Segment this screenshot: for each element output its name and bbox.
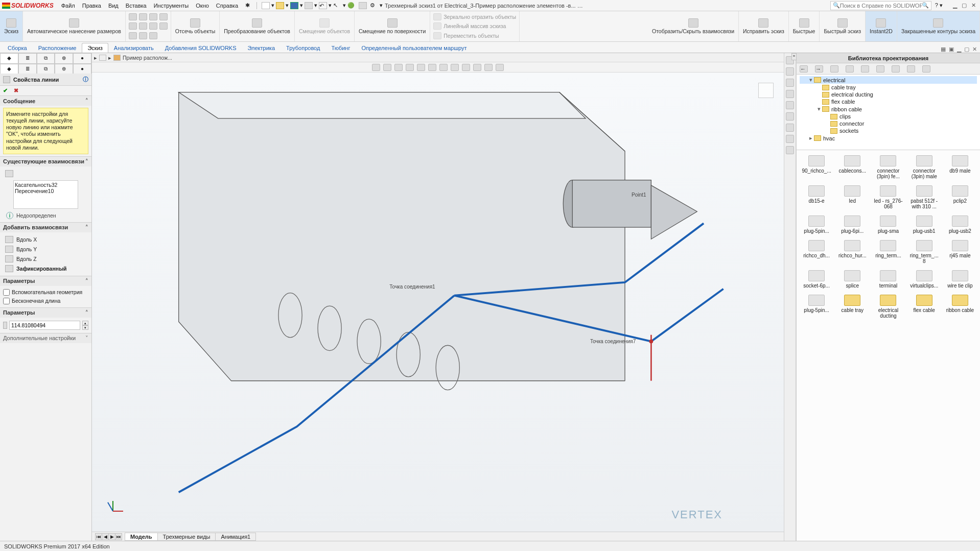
menu-help[interactable]: Справка	[216, 3, 238, 9]
tab-addins[interactable]: Добавления SOLIDWORKS	[159, 43, 242, 53]
tab-evaluate[interactable]: Анализировать	[108, 43, 159, 53]
help-search[interactable]: 🔍 🔍	[830, 1, 931, 10]
rel-along-x[interactable]: Вдоль X	[3, 235, 88, 244]
property-manager-tabs[interactable]: ◆≣⧉⊕●	[0, 63, 91, 74]
tree-node[interactable]: cable tray	[800, 84, 977, 91]
relations-list[interactable]: Касательность32 Пересечение10	[13, 180, 78, 209]
library-item[interactable]: ribbon cable	[943, 293, 977, 321]
view-tab-nav[interactable]: ⏮◀▶⏭	[95, 533, 122, 540]
design-library-grid[interactable]: 90_richco_...cablecons...connector (3pin…	[800, 153, 977, 321]
menu-window[interactable]: Окно	[196, 3, 209, 9]
tree-node[interactable]: ▾electrical	[800, 76, 977, 84]
sketch-entities[interactable]	[126, 11, 171, 41]
minimize-icon[interactable]: ▁	[951, 2, 959, 9]
library-item[interactable]: plug-sma	[871, 213, 905, 236]
tab-user-route[interactable]: Определенный пользователем маршрут	[356, 43, 472, 53]
tab-piping[interactable]: Трубопровод	[281, 43, 325, 53]
pm-sec-options2[interactable]: Параметры˄	[0, 308, 91, 318]
feature-manager-tabs[interactable]: ◆≣⧉⊕●	[0, 53, 91, 63]
design-library-tree[interactable]: ▾electricalcable trayelectrical ductingf…	[797, 75, 980, 150]
rel-along-z[interactable]: Вдоль Z	[3, 254, 88, 263]
viewtab-model[interactable]: Модель	[125, 533, 158, 541]
close-icon[interactable]: ✕	[970, 2, 977, 9]
cmd-repair[interactable]: Исправить эскиз	[739, 11, 789, 41]
undo-icon[interactable]: ↶	[319, 2, 327, 9]
library-item[interactable]: richco_dh...	[800, 238, 833, 266]
library-item[interactable]: terminal	[871, 268, 905, 291]
open-icon[interactable]	[276, 2, 284, 9]
viewtab-3dviews[interactable]: Трехмерные виды	[157, 533, 216, 541]
menu-search-icon[interactable]: ✱	[245, 2, 250, 9]
help-dropdown[interactable]: ? ▾	[935, 2, 943, 9]
tab-tubing[interactable]: Тюбинг	[325, 43, 356, 53]
library-item[interactable]: connector (3pin) male	[907, 153, 941, 181]
cmd-trim[interactable]: Отсечь объекты	[171, 11, 220, 41]
print-icon[interactable]	[305, 2, 313, 9]
library-item[interactable]: plug-6pi...	[835, 213, 869, 236]
pm-sec-options1[interactable]: Параметры˄	[0, 276, 91, 286]
doc-tile-icon[interactable]: ▦	[941, 46, 946, 53]
pm-sec-add-relations[interactable]: Добавить взаимосвязи˄	[0, 223, 91, 232]
library-item[interactable]: cablecons...	[835, 153, 869, 181]
restore-icon[interactable]: ▢	[961, 2, 968, 9]
cmd-instant2d[interactable]: Instant2D	[866, 11, 897, 41]
tree-node[interactable]: electrical ducting	[800, 91, 977, 98]
library-item[interactable]: cable tray	[835, 293, 869, 321]
library-item[interactable]: rj45 male	[943, 238, 977, 266]
pm-sec-message[interactable]: Сообщение˄	[0, 96, 91, 106]
new-icon[interactable]	[262, 2, 270, 9]
tab-layout[interactable]: Расположение	[33, 43, 82, 53]
doc-cascade-icon[interactable]: ▣	[949, 46, 954, 53]
pm-help-icon[interactable]: ⓘ	[83, 76, 88, 83]
pm-sec-relations[interactable]: Существующие взаимосвязи˄	[0, 157, 91, 166]
cmd-quick[interactable]: Быстрые	[789, 11, 820, 41]
spin-up[interactable]: ▴	[82, 321, 88, 325]
task-pane-strip[interactable]	[784, 53, 796, 541]
tab-electrical[interactable]: Электрика	[242, 43, 281, 53]
library-item[interactable]: richco_hur...	[835, 238, 869, 266]
cmd-quick-sketch[interactable]: Быстрый эскиз	[820, 11, 866, 41]
menu-file[interactable]: Файл	[61, 3, 75, 9]
library-item[interactable]: socket-6p...	[800, 268, 833, 291]
3d-viewport[interactable]: Point1 Точка соединения7 Точка соединени…	[92, 73, 784, 532]
rebuild-icon[interactable]: 🟢	[347, 2, 356, 9]
crumb-expand-icon[interactable]: ▸	[94, 55, 97, 61]
doc-close-icon[interactable]: ✕	[972, 46, 977, 53]
library-item[interactable]: plug-5pin...	[800, 293, 833, 321]
cmd-shaded-contours[interactable]: Закрашенные контуры эскиза	[897, 11, 980, 41]
length-input[interactable]	[9, 321, 80, 330]
menu-edit[interactable]: Правка	[82, 3, 101, 9]
menu-tools[interactable]: Инструменты	[154, 3, 189, 9]
tree-node[interactable]: flex cable	[800, 98, 977, 105]
menu-insert[interactable]: Вставка	[126, 3, 147, 9]
library-item[interactable]: electrical ducting	[871, 293, 905, 321]
design-library-toolbar[interactable]: ←→	[797, 63, 980, 75]
menu-view[interactable]: Вид	[108, 3, 119, 9]
doc-minimize-icon[interactable]: ▁	[957, 46, 961, 53]
options-icon[interactable]	[359, 2, 367, 9]
tab-assembly[interactable]: Сборка	[2, 43, 33, 53]
library-item[interactable]: pclip2	[943, 183, 977, 211]
select-icon[interactable]: ↖	[333, 2, 341, 9]
pm-cancel[interactable]: ✖	[14, 87, 18, 94]
spin-down[interactable]: ▾	[82, 325, 88, 330]
library-item[interactable]: led	[835, 183, 869, 211]
library-item[interactable]: db9 male	[943, 153, 977, 181]
library-item[interactable]: db15-e	[800, 183, 833, 211]
library-item[interactable]: ring_term_... 8	[907, 238, 941, 266]
help-search-input[interactable]	[840, 3, 922, 9]
cmd-convert[interactable]: Преобразование объектов	[220, 11, 295, 41]
save-icon[interactable]	[290, 2, 298, 9]
library-item[interactable]: plug-usb1	[907, 213, 941, 236]
library-item[interactable]: led - rs_276-068	[871, 183, 905, 211]
doc-restore-icon[interactable]: ▢	[964, 46, 969, 53]
rel-fixed[interactable]: Зафиксированный	[3, 264, 88, 273]
tree-node[interactable]: connector	[800, 120, 977, 127]
rel-along-y[interactable]: Вдоль Y	[3, 245, 88, 254]
cmd-sketch[interactable]: Эскиз	[0, 11, 23, 41]
pm-sec-additional[interactable]: Дополнительные настройки˅	[0, 333, 91, 343]
cmd-autodim[interactable]: Автоматическое нанесение размеров	[23, 11, 126, 41]
settings-icon[interactable]: ⚙	[370, 2, 378, 9]
chk-construction[interactable]: Вспомогательная геометрия	[3, 288, 88, 297]
library-item[interactable]: connector (3pin) fe...	[871, 153, 905, 181]
